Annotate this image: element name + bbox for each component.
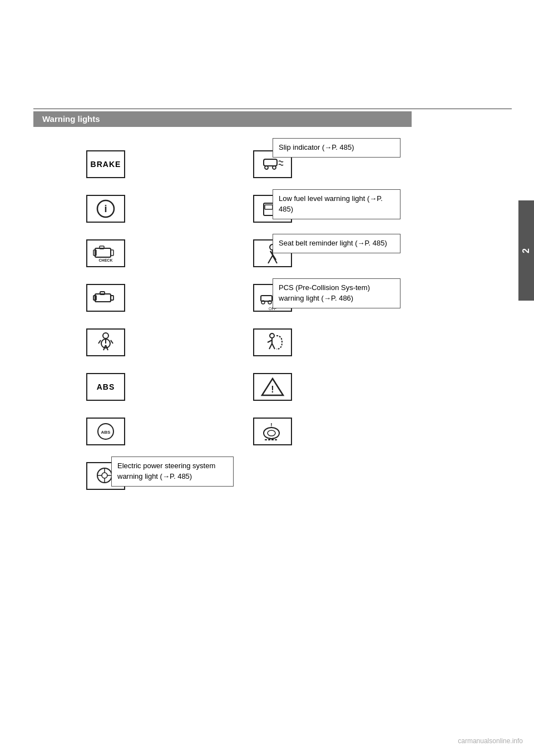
srs-curtain-svg [260, 331, 285, 354]
abs-circle-svg: ABS [93, 421, 118, 442]
master-warning-icon: ! [253, 373, 292, 401]
brake-icon: BRAKE [86, 150, 125, 178]
svg-rect-5 [100, 246, 104, 249]
svg-text:!: ! [270, 423, 272, 429]
fuel-callout-text: Low fuel level warning light (→P. 485) [279, 194, 383, 213]
eps-callout: Electric power steering system warning l… [111, 456, 234, 487]
svg-line-54 [272, 343, 275, 349]
svg-point-50 [270, 333, 274, 338]
svg-line-52 [268, 340, 272, 342]
eps-callout-text: Electric power steering system warning l… [117, 462, 215, 480]
oil-pressure-icon-box: i [86, 195, 125, 223]
tpms-svg: ! [259, 420, 286, 443]
abs-circle-icon-box: ABS [86, 418, 125, 445]
page: 2 Warning lights BRAKE i [0, 0, 534, 756]
airbag-icon-box [86, 328, 125, 356]
watermark-text: carmanualsonline.info [458, 737, 523, 745]
airbag-svg [93, 331, 118, 354]
abs-icon: ABS [86, 373, 125, 401]
watermark: carmanualsonline.info [458, 737, 523, 745]
svg-rect-7 [95, 294, 111, 302]
svg-line-14 [98, 340, 101, 343]
svg-text:CHECK: CHECK [99, 258, 113, 262]
pcs-callout-text: PCS (Pre-Collision Sys-tem) warning ligh… [279, 283, 370, 302]
side-tab-number: 2 [521, 248, 531, 253]
brake-icon-box: BRAKE [86, 150, 125, 178]
svg-line-53 [269, 343, 272, 349]
abs-circle-icon: ABS [86, 418, 125, 445]
check-engine-icon-box: CHECK [86, 239, 125, 267]
tpms-icon: ! [253, 418, 292, 445]
abs-icon-box: ABS [86, 373, 125, 401]
side-tab: 2 [518, 200, 534, 301]
pcs-callout: PCS (Pre-Collision Sys-tem) warning ligh… [273, 278, 400, 308]
tpms-icon-box: ! [253, 418, 292, 445]
svg-text:i: i [104, 203, 107, 214]
svg-point-58 [268, 430, 275, 436]
svg-rect-9 [111, 296, 113, 300]
slip-callout-text: Slip indicator (→P. 485) [279, 143, 354, 151]
malfunction-icon [86, 284, 125, 312]
srs-curtain-icon [253, 328, 292, 356]
slip-callout: Slip indicator (→P. 485) [273, 138, 400, 158]
svg-rect-31 [265, 205, 273, 209]
oil-pressure-icon: i [86, 195, 125, 223]
svg-rect-4 [111, 250, 113, 256]
svg-rect-27 [264, 159, 277, 166]
master-warning-svg: ! [260, 376, 285, 398]
malfunction-icon-box [86, 284, 125, 312]
svg-point-11 [103, 333, 108, 338]
brake-label: BRAKE [91, 160, 121, 169]
svg-text:!: ! [271, 385, 274, 394]
svg-rect-2 [95, 248, 111, 257]
abs-label: ABS [97, 382, 115, 391]
seatbelt-callout-text: Seat belt reminder light (→P. 485) [279, 239, 387, 247]
svg-text:ABS: ABS [101, 430, 111, 435]
check-engine-svg: CHECK [92, 242, 120, 265]
svg-point-28 [265, 166, 268, 169]
svg-line-38 [268, 256, 273, 263]
master-warning-icon-box: ! [253, 373, 292, 401]
svg-line-15 [111, 340, 113, 343]
airbag-icon [86, 328, 125, 356]
srs-curtain-icon-box [253, 328, 292, 356]
svg-point-29 [273, 166, 276, 169]
seatbelt-callout: Seat belt reminder light (→P. 485) [273, 234, 400, 253]
top-divider [33, 109, 512, 109]
svg-point-21 [102, 473, 107, 478]
section-title: Warning lights [42, 114, 100, 124]
fuel-callout: Low fuel level warning light (→P. 485) [273, 189, 400, 219]
malfunction-svg [92, 286, 120, 310]
svg-point-57 [264, 428, 279, 439]
svg-rect-10 [100, 292, 105, 294]
section-header: Warning lights [33, 111, 412, 127]
check-engine-icon: CHECK [86, 239, 125, 267]
oil-pressure-svg: i [95, 199, 117, 219]
